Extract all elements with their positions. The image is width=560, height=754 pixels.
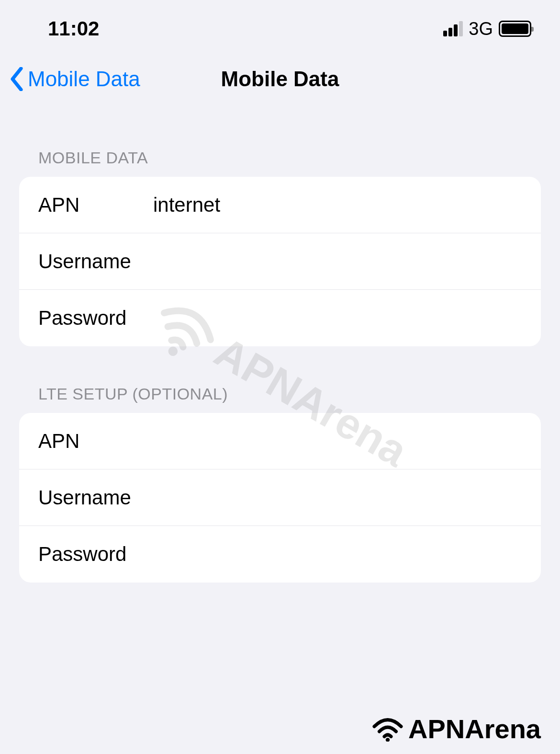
- row-lte-apn[interactable]: APN: [19, 413, 541, 469]
- label-lte-apn: APN: [38, 430, 153, 453]
- section-header-mobile-data: MOBILE DATA: [19, 139, 541, 177]
- page-title: Mobile Data: [221, 67, 339, 91]
- input-lte-apn[interactable]: [153, 430, 522, 453]
- status-right: 3G: [443, 19, 531, 39]
- label-password: Password: [38, 307, 153, 330]
- back-button[interactable]: Mobile Data: [10, 67, 140, 91]
- input-lte-username[interactable]: [153, 486, 522, 509]
- input-apn[interactable]: [153, 194, 522, 217]
- content: MOBILE DATA APN Username Password LTE SE…: [0, 110, 560, 583]
- section-group-mobile-data: APN Username Password: [19, 177, 541, 346]
- row-apn[interactable]: APN: [19, 177, 541, 233]
- row-lte-username[interactable]: Username: [19, 469, 541, 526]
- status-bar: 11:02 3G: [0, 0, 560, 48]
- label-lte-password: Password: [38, 543, 153, 566]
- chevron-left-icon: [10, 67, 24, 91]
- watermark-text: APNArena: [408, 713, 541, 744]
- label-apn: APN: [38, 194, 153, 217]
- label-lte-username: Username: [38, 486, 153, 509]
- section-header-lte-setup: LTE SETUP (OPTIONAL): [19, 375, 541, 413]
- nav-bar: Mobile Data Mobile Data: [0, 48, 560, 110]
- wifi-icon: [371, 715, 404, 743]
- network-type: 3G: [469, 19, 493, 39]
- section-group-lte-setup: APN Username Password: [19, 413, 541, 583]
- input-lte-password[interactable]: [153, 543, 522, 566]
- row-lte-password[interactable]: Password: [19, 526, 541, 583]
- battery-icon: [499, 21, 531, 37]
- watermark-bottom: APNArena: [371, 713, 541, 744]
- signal-icon: [443, 21, 463, 36]
- row-username[interactable]: Username: [19, 233, 541, 290]
- status-time: 11:02: [48, 17, 99, 40]
- input-username[interactable]: [153, 250, 522, 273]
- row-password[interactable]: Password: [19, 290, 541, 346]
- input-password[interactable]: [153, 307, 522, 330]
- back-label: Mobile Data: [28, 67, 140, 91]
- label-username: Username: [38, 250, 153, 273]
- svg-point-1: [386, 738, 390, 742]
